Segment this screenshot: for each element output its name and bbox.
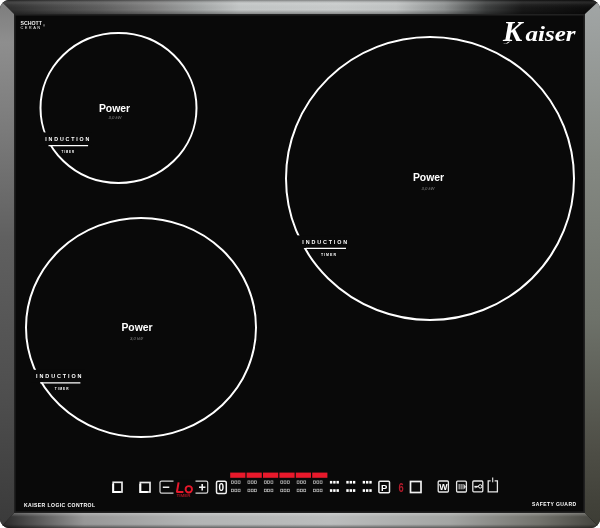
- svg-text:SAFETY GUARD: SAFETY GUARD: [532, 501, 577, 507]
- svg-text:aiser: aiser: [526, 22, 577, 46]
- svg-text:6: 6: [398, 481, 403, 495]
- svg-text:Power: Power: [121, 322, 152, 333]
- svg-text:3,0 kW: 3,0 kW: [421, 186, 435, 191]
- svg-text:0: 0: [219, 482, 225, 493]
- svg-text:Power: Power: [413, 172, 444, 183]
- svg-text:KAISER LOGIC CONTROL: KAISER LOGIC CONTROL: [24, 501, 96, 508]
- svg-text:INDUCTION: INDUCTION: [36, 373, 83, 379]
- svg-text:INDUCTION: INDUCTION: [302, 239, 349, 245]
- svg-text:®: ®: [43, 24, 45, 28]
- svg-text:TIMER: TIMER: [321, 252, 337, 257]
- svg-text:Power: Power: [99, 103, 130, 114]
- svg-text:TIMER: TIMER: [62, 149, 75, 154]
- svg-text:TIMER: TIMER: [177, 494, 192, 498]
- svg-text:P: P: [381, 482, 388, 493]
- svg-text:TIMER: TIMER: [55, 386, 70, 391]
- svg-text:K: K: [502, 15, 524, 47]
- svg-text:CERAN: CERAN: [21, 25, 42, 30]
- svg-text:INDUCTION: INDUCTION: [45, 136, 91, 142]
- svg-text:3,0 kW: 3,0 kW: [108, 115, 122, 120]
- svg-text:W: W: [439, 482, 448, 492]
- svg-text:3,0 kW: 3,0 kW: [130, 336, 144, 341]
